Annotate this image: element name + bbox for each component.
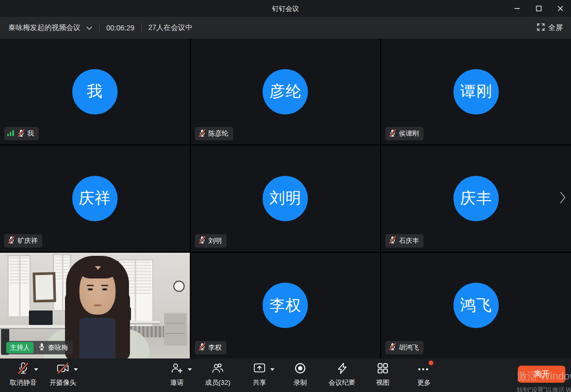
toolbar-camera[interactable]: 开摄像头 xyxy=(35,362,91,387)
participant-name: 刘明 xyxy=(208,236,222,246)
toolbar-label: 成员(32) xyxy=(205,378,230,387)
filing-cabinet xyxy=(164,313,187,346)
signal-strength-icon xyxy=(7,129,15,138)
camera-off-icon xyxy=(56,362,70,377)
meeting-timer: 00:06:29 xyxy=(106,24,135,32)
video-grid: 我 我 彦纶 陈彦纶 谭刚 xyxy=(0,39,571,358)
toolbar-label: 共享 xyxy=(253,378,266,387)
participant-count: 27人在会议中 xyxy=(149,23,193,32)
toolbar-label: 取消静音 xyxy=(10,378,37,387)
share-screen-icon xyxy=(253,362,266,377)
fullscreen-control[interactable]: 全屏 xyxy=(537,23,563,32)
divider xyxy=(99,24,100,32)
meeting-toolbar: 取消静音 开摄像头 邀请 xyxy=(0,358,571,392)
dingtalk-meeting-window: 钉钉会议 秦咏梅发起的视频会议 00:06:29 27人在会议中 xyxy=(0,0,571,392)
participant-name-pill: 旷庆祥 xyxy=(4,234,42,248)
wall-clock xyxy=(173,281,185,292)
participant-tile[interactable]: 我 我 xyxy=(0,39,190,144)
meeting-title[interactable]: 秦咏梅发起的视频会议 xyxy=(8,23,80,32)
avatar: 刘明 xyxy=(263,176,308,221)
participant-name-pill: 我 xyxy=(4,127,39,140)
mic-muted-icon xyxy=(198,342,206,352)
participant-tile[interactable]: 李权 李权 xyxy=(191,253,381,358)
activate-windows-watermark-sub: 转到“设置”以激活 Windows xyxy=(517,386,571,392)
mic-muted-icon xyxy=(17,129,25,139)
avatar: 庆丰 xyxy=(453,176,499,221)
host-badge: 主持人 xyxy=(6,342,34,353)
toolbar-label: 开摄像头 xyxy=(50,378,76,387)
participant-name: 侯谭刚 xyxy=(399,129,419,138)
mic-muted-icon xyxy=(388,129,397,139)
toolbar-label: 录制 xyxy=(293,378,307,387)
participant-tile[interactable]: 庆丰 石庆丰 xyxy=(381,145,571,251)
window-title: 钉钉会议 xyxy=(272,4,299,13)
toolbar-more[interactable]: 更多 xyxy=(396,362,452,387)
chevron-down-icon[interactable] xyxy=(86,26,92,30)
participant-name-pill: 侯谭刚 xyxy=(385,127,423,140)
participant-name: 陈彦纶 xyxy=(208,129,229,138)
participant-name: 秦咏梅 xyxy=(48,343,68,352)
avatar: 鸿飞 xyxy=(453,283,499,328)
members-icon xyxy=(211,362,224,377)
participant-name-pill: 刘明 xyxy=(195,234,226,248)
mic-on-icon xyxy=(38,342,46,352)
flash-minutes-icon xyxy=(335,362,349,377)
participant-tile[interactable]: 谭刚 侯谭刚 xyxy=(381,39,571,144)
participant-name: 李权 xyxy=(208,343,222,352)
activate-windows-watermark: 激活 Windows xyxy=(517,369,571,383)
fullscreen-label: 全屏 xyxy=(548,23,563,32)
toolbar-label: 视图 xyxy=(376,378,389,387)
record-icon xyxy=(293,362,307,377)
notification-dot xyxy=(429,361,433,365)
maximize-icon[interactable] xyxy=(528,0,549,17)
avatar: 庆祥 xyxy=(72,176,118,221)
invite-person-icon xyxy=(170,362,184,377)
avatar: 谭刚 xyxy=(453,69,499,115)
participant-tile[interactable]: 刘明 刘明 xyxy=(191,145,381,251)
mic-muted-icon xyxy=(17,362,30,377)
toolbar-label: 邀请 xyxy=(170,378,184,387)
toolbar-label: 会议纪要 xyxy=(329,378,355,387)
participant-name-pill: 石庆丰 xyxy=(385,234,423,248)
participant-name-pill: 胡鸿飞 xyxy=(385,341,423,354)
close-icon[interactable] xyxy=(549,0,571,17)
meeting-info-bar: 秦咏梅发起的视频会议 00:06:29 27人在会议中 全屏 xyxy=(0,17,571,39)
desk xyxy=(0,325,67,328)
mic-muted-icon xyxy=(388,342,397,352)
mic-muted-icon xyxy=(7,236,15,246)
avatar: 李权 xyxy=(263,283,308,328)
mic-muted-icon xyxy=(198,236,206,246)
toolbar-label: 更多 xyxy=(417,378,431,387)
picture-frame xyxy=(32,272,56,302)
participant-name-pill: 主持人 秦咏梅 xyxy=(4,341,73,354)
participant-name: 旷庆祥 xyxy=(18,236,38,246)
participant-tile[interactable]: 彦纶 陈彦纶 xyxy=(191,39,381,144)
titlebar: 钉钉会议 xyxy=(0,0,571,17)
person-hair xyxy=(116,293,130,358)
participant-video-tile[interactable]: 主持人 秦咏梅 xyxy=(0,253,190,358)
avatar: 彦纶 xyxy=(263,69,308,115)
participant-name: 胡鸿飞 xyxy=(399,343,419,352)
grid-view-icon xyxy=(376,362,389,377)
window-controls xyxy=(506,0,571,17)
participant-name-pill: 陈彦纶 xyxy=(195,127,233,140)
participant-name: 我 xyxy=(27,129,34,138)
avatar: 我 xyxy=(72,69,118,115)
next-page-arrow-icon[interactable] xyxy=(559,189,567,208)
office-window xyxy=(7,255,31,318)
participant-tile[interactable]: 鸿飞 胡鸿飞 xyxy=(381,253,571,358)
participant-tile[interactable]: 庆祥 旷庆祥 xyxy=(0,145,190,251)
mic-muted-icon xyxy=(198,129,206,139)
participant-name-pill: 李权 xyxy=(195,341,226,354)
participant-name: 石庆丰 xyxy=(399,236,419,246)
caret-down-icon[interactable] xyxy=(74,368,78,371)
monitor xyxy=(29,311,53,325)
fullscreen-icon xyxy=(537,23,545,32)
mic-muted-icon xyxy=(388,236,397,246)
minimize-icon[interactable] xyxy=(506,0,528,17)
divider xyxy=(141,24,142,32)
